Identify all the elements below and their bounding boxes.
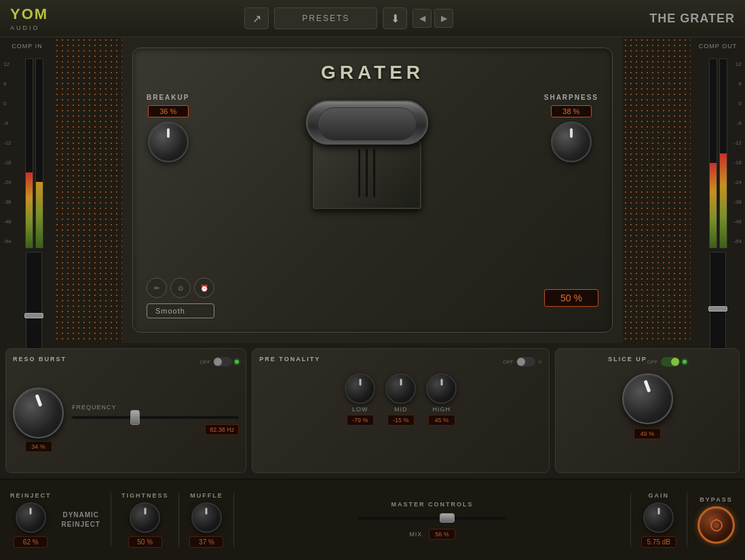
comp-out-section: COMP OUT 12 6 0 -6 -12 -18 -24 -36 -48 -…: [691, 37, 745, 343]
top-bar: YOM AUDIO ↗ PRESETS ⬇ ◀ ▶ THE GRATER: [0, 0, 745, 37]
divider-1: [111, 493, 111, 547]
reso-burst-toggle-label: OFF: [199, 359, 210, 365]
grater-bottom-controls: ✏ ⊙ ⏰ Smooth 50 %: [147, 278, 598, 318]
muffle-section: MUFFLE 37 %: [189, 492, 223, 548]
frequency-area: FREQUENCY 82.38 Hz: [72, 404, 239, 435]
high-knob[interactable]: [426, 373, 457, 404]
reinject-value[interactable]: 62 %: [14, 536, 47, 548]
high-value[interactable]: 45 %: [428, 415, 455, 426]
nav-next-button[interactable]: ▶: [434, 9, 453, 28]
low-value[interactable]: -79 %: [347, 415, 374, 426]
tightness-knob[interactable]: [130, 502, 160, 533]
mix-value[interactable]: 56 %: [429, 529, 455, 540]
pre-tonality-toggle-knob: [517, 358, 525, 366]
slice-up-toggle-knob: [671, 358, 679, 366]
logo-text: YOM: [10, 5, 48, 23]
breakup-label: BREAKUP: [147, 94, 189, 101]
frequency-label: FREQUENCY: [72, 404, 239, 411]
low-label: LOW: [352, 406, 368, 413]
mid-value[interactable]: -15 %: [387, 415, 415, 426]
mix-slider[interactable]: [440, 513, 455, 523]
divider-2: [178, 493, 179, 547]
slice-up-value[interactable]: 49 %: [634, 428, 661, 439]
download-button[interactable]: ⬇: [383, 7, 407, 29]
comp-out-bars: [709, 58, 727, 248]
muffle-knob[interactable]: [191, 502, 222, 533]
bottom-bar: REINJECT 62 % DYNAMIC REINJECT TIGHTNESS…: [0, 479, 745, 560]
pre-tonality-toggle-switch[interactable]: [516, 357, 535, 367]
slice-up-toggle-label: OFF: [647, 359, 658, 365]
nav-arrows: ◀ ▶: [413, 9, 453, 28]
breakup-knob[interactable]: [148, 122, 189, 162]
breakup-value[interactable]: 36 %: [148, 105, 189, 117]
logo-sub: AUDIO: [10, 24, 48, 31]
slice-up-content: 49 %: [622, 373, 673, 466]
tightness-label: TIGHTNESS: [121, 492, 169, 499]
reso-burst-label: RESO BURST: [13, 356, 66, 362]
bypass-button[interactable]: [698, 506, 735, 544]
pre-tonality-label: PRE TONALITY: [259, 356, 320, 362]
grater-mechanism-area: [189, 94, 543, 216]
slice-up-knob[interactable]: [622, 373, 673, 424]
slice-up-toggle-switch[interactable]: [661, 357, 680, 367]
right-dots-pattern: [623, 37, 691, 343]
reso-burst-panel: RESO BURST OFF 34 % FREQUENCY: [5, 348, 246, 473]
reso-burst-knob[interactable]: [13, 388, 64, 438]
sharpness-value[interactable]: 38 %: [551, 105, 592, 117]
reso-burst-value[interactable]: 34 %: [25, 441, 52, 452]
sharpness-knob[interactable]: [551, 122, 592, 162]
slice-up-toggle: OFF: [647, 357, 687, 367]
divider-5: [687, 493, 687, 547]
top-center: ↗ PRESETS ⬇ ◀ ▶: [244, 7, 453, 29]
tightness-section: TIGHTNESS 50 %: [121, 492, 169, 548]
mode-btn-3[interactable]: ⏰: [194, 278, 214, 298]
tonality-knobs: LOW -79 % MID -15 % HIGH 45 %: [259, 373, 542, 426]
tightness-value[interactable]: 50 %: [128, 536, 162, 548]
master-controls-label: MASTER CONTROLS: [391, 501, 474, 508]
title-right: THE GRATER: [649, 12, 735, 26]
comp-out-scale: 12 6 0 -6 -12 -18 -24 -36 -48 -64: [733, 61, 742, 244]
grater-title: GRATER: [147, 62, 598, 83]
reso-burst-toggle: OFF: [199, 357, 239, 367]
mix-row: MIX 56 %: [409, 529, 455, 540]
top-controls-row: BREAKUP 36 %: [147, 94, 598, 216]
high-knob-group: HIGH 45 %: [426, 373, 457, 426]
mode-btn-1[interactable]: ✏: [147, 278, 167, 298]
low-knob-group: LOW -79 %: [345, 373, 375, 426]
reso-burst-toggle-switch[interactable]: [213, 357, 232, 367]
frequency-slider[interactable]: [130, 410, 140, 425]
muffle-value[interactable]: 37 %: [189, 536, 223, 548]
low-knob[interactable]: [345, 373, 375, 404]
muffle-label: MUFFLE: [190, 492, 223, 499]
gain-section: GAIN 5.75 dB: [641, 492, 676, 548]
gain-knob[interactable]: [643, 502, 674, 533]
divider-3: [233, 493, 234, 547]
presets-button[interactable]: PRESETS: [274, 7, 377, 29]
mix-label: MIX: [409, 531, 422, 538]
reso-burst-knob-group: 34 %: [13, 388, 64, 452]
comp-in-bar-1: [25, 58, 33, 248]
nav-prev-button[interactable]: ◀: [413, 9, 432, 28]
dynamic-reinject-label: DYNAMIC REINJECT: [62, 510, 100, 529]
mix-display[interactable]: 50 %: [544, 289, 598, 307]
reso-burst-toggle-knob: [214, 358, 222, 366]
comp-in-scale: 12 6 0 -6 -12 -18 -24 -36 -48 -64: [3, 61, 12, 244]
grater-slots: [314, 143, 420, 197]
mode-btn-2[interactable]: ⊙: [170, 278, 191, 298]
comp-in-label: COMP IN: [12, 43, 42, 50]
frequency-slider-track: [72, 416, 239, 419]
reinject-knob[interactable]: [16, 502, 46, 533]
mid-knob-group: MID -15 %: [385, 373, 416, 426]
upper-section: COMP IN 12 6 0 -6 -12 -18 -24 -36 -48 -6…: [0, 37, 745, 343]
frequency-value[interactable]: 82.38 Hz: [205, 424, 239, 435]
grater-panel: GRATER BREAKUP 36 %: [132, 48, 613, 333]
main-content: COMP IN 12 6 0 -6 -12 -18 -24 -36 -48 -6…: [0, 37, 745, 560]
mid-knob[interactable]: [385, 373, 416, 404]
slice-up-header: SLICE UP OFF: [608, 356, 687, 368]
export-button[interactable]: ↗: [244, 7, 269, 29]
mid-label: MID: [394, 406, 408, 413]
frequency-value-wrapper: 82.38 Hz: [72, 424, 239, 435]
smooth-button[interactable]: Smooth: [147, 303, 214, 318]
gain-value[interactable]: 5.75 dB: [641, 536, 676, 548]
reso-burst-header: RESO BURST OFF: [13, 356, 239, 368]
